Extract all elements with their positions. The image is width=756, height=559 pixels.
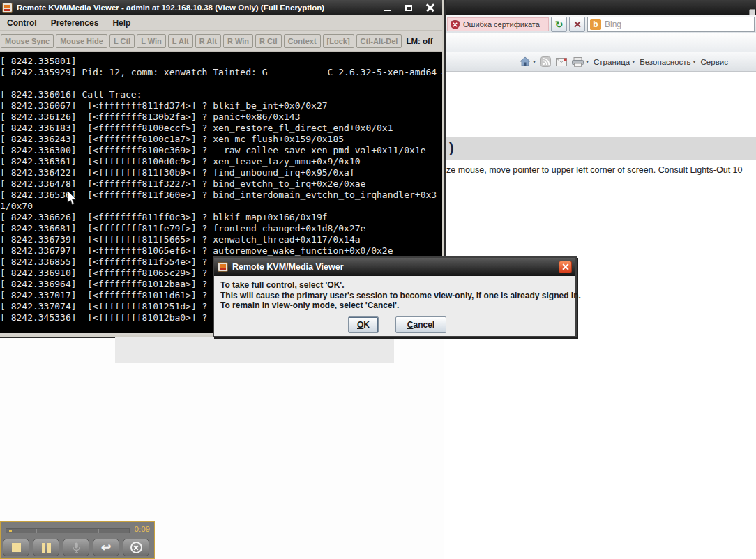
tools-menu[interactable]: Сервис [701, 58, 728, 66]
page-header-band [447, 91, 604, 128]
close-button[interactable] [423, 1, 438, 14]
bing-logo-icon: b [590, 19, 601, 30]
print-dropdown-icon[interactable]: ▾ [586, 59, 589, 65]
heading-fragment: ) [446, 140, 454, 156]
browser-tab-strip [444, 33, 756, 52]
undo-icon: ↩ [101, 542, 111, 553]
toolbar-button[interactable]: Context [284, 34, 321, 48]
menu-preferences[interactable]: Preferences [44, 18, 106, 28]
record-undo-button[interactable]: ↩ [93, 539, 119, 556]
page-instruction-text: ze mouse, move pointer to upper left cor… [446, 165, 756, 175]
safety-dropdown-icon: ▾ [693, 59, 696, 65]
terminal-line: [ 8242.336243] [<ffffffff8100c1a7>] ? xe… [0, 134, 442, 145]
microphone-button[interactable] [63, 539, 89, 556]
toolbar-button[interactable]: [Lock] [323, 34, 354, 48]
dialog-close-button[interactable] [559, 261, 572, 273]
kvm-titlebar[interactable]: Remote KVM/Media Viewer - admin at 192.1… [0, 0, 442, 15]
safety-menu-label: Безопасность [640, 58, 690, 66]
search-input[interactable] [605, 20, 754, 29]
recording-time: 0:09 [135, 525, 150, 533]
search-box[interactable]: b [587, 17, 755, 32]
menu-help[interactable]: Help [105, 18, 137, 28]
printer-icon [572, 57, 584, 67]
stop-button[interactable] [569, 17, 585, 32]
dialog-text-line: This will cause the primary user's sessi… [220, 291, 569, 301]
record-stop-button[interactable] [3, 539, 29, 556]
kvm-toolbar: Mouse SyncMouse HideL CtlL WinL AltR Alt… [0, 31, 442, 52]
home-button[interactable]: ▾ [520, 56, 536, 67]
minimize-icon [384, 10, 391, 11]
dialog-title: Remote KVM/Media Viewer [232, 262, 344, 272]
rss-icon [540, 56, 551, 67]
terminal-line [0, 78, 442, 89]
menu-control[interactable]: Control [0, 18, 44, 28]
toolbar-button[interactable]: Mouse Hide [56, 34, 107, 48]
maximize-icon [405, 5, 412, 11]
record-pause-button[interactable] [33, 539, 59, 556]
feeds-button[interactable] [540, 56, 551, 67]
read-mail-button[interactable] [556, 58, 567, 66]
minimize-button[interactable] [379, 1, 395, 14]
terminal-line: [ 8242.336422] [<ffffffff811f30b9>] ? fi… [0, 167, 442, 178]
maximize-button[interactable] [401, 1, 416, 14]
cancel-record-icon [130, 542, 142, 553]
terminal-line: [ 8242.335801] [0, 56, 442, 67]
dialog-body: To take full control, select 'OK'. This … [214, 276, 575, 336]
kvm-app-icon [2, 3, 13, 13]
stop-icon [573, 20, 582, 29]
terminal-line: [ 8242.335929] Pid: 12, comm: xenwatch T… [0, 67, 442, 78]
toolbar-button[interactable]: R Win [223, 34, 253, 48]
logout-label: Log Out [665, 105, 698, 115]
terminal-line: [ 8242.336739] [<ffffffff811f5665>] ? xe… [0, 234, 442, 245]
terminal-line: [ 8242.336183] [<ffffffff8100eccf>] ? xe… [0, 123, 442, 134]
dialog-text-line: To remain in view-only mode, select 'Can… [220, 300, 569, 311]
toolbar-button[interactable]: R Ctl [255, 34, 282, 48]
dialog-titlebar[interactable]: Remote KVM/Media Viewer [214, 258, 575, 276]
screen-recorder-widget: 0:09 ↩ [0, 521, 155, 559]
page-menu-label: Страница [594, 58, 630, 66]
microphone-icon [73, 542, 80, 553]
certificate-error-indicator[interactable]: Ошибка сертификата [447, 17, 549, 31]
dialog-app-icon [218, 262, 228, 272]
progress-marker [9, 530, 12, 532]
safety-menu[interactable]: Безопасность ▾ [640, 58, 695, 66]
refresh-icon: ↻ [555, 19, 564, 30]
terminal-line: [ 8242.336797] [<ffffffff81065ef6>] ? au… [0, 245, 442, 256]
kvm-menubar: Control Preferences Help [0, 15, 442, 31]
kvm-window-title: Remote KVM/Media Viewer - admin at 192.1… [17, 3, 324, 12]
screen: Ошибка сертификата ↻ b ▾ [0, 0, 756, 559]
toolbar-button[interactable]: L Ctl [109, 34, 135, 48]
toolbar-button[interactable]: R Alt [195, 34, 221, 48]
redraw-artifact-box [115, 337, 394, 363]
home-dropdown-icon[interactable]: ▾ [533, 59, 536, 65]
page-menu[interactable]: Страница ▾ [594, 58, 635, 66]
print-button[interactable]: ▾ [572, 57, 589, 67]
terminal-line: [ 8242.336300] [<ffffffff8100c369>] ? __… [0, 145, 442, 156]
terminal-line: [ 8242.336478] [<ffffffff811f3227>] ? bi… [0, 178, 442, 190]
ok-button[interactable]: OK [348, 316, 379, 333]
cancel-button[interactable]: Cancel [395, 316, 446, 333]
certificate-error-label: Ошибка сертификата [463, 20, 540, 29]
toolbar-button[interactable]: Ctl-Alt-Del [356, 34, 402, 48]
refresh-button[interactable]: ↻ [551, 17, 567, 32]
home-icon [520, 56, 531, 67]
browser-navigation-bar: Ошибка сертификата ↻ b [444, 15, 756, 33]
terminal-line: [ 8242.336361] [<ffffffff8100d0c9>] ? xe… [0, 156, 442, 167]
toolbar-button[interactable]: L Alt [168, 34, 193, 48]
terminal-line: [ 8242.336126] [<ffffffff8130b2fa>] ? pa… [0, 112, 442, 123]
logout-button[interactable]: Log Out [607, 91, 756, 128]
stop-record-icon [12, 543, 21, 552]
toolbar-button[interactable]: Mouse Sync [1, 34, 54, 48]
pause-icon [42, 543, 51, 553]
toolbar-button[interactable]: L Win [137, 34, 166, 48]
page-dropdown-icon: ▾ [632, 59, 635, 65]
record-cancel-button[interactable] [123, 539, 149, 556]
mail-icon [556, 58, 567, 66]
take-control-dialog: Remote KVM/Media Viewer To take full con… [213, 256, 577, 337]
browser-command-bar: ▾ ▾ Страница [444, 52, 756, 72]
page-section-heading: ) [446, 137, 756, 160]
recording-progress-bar[interactable] [6, 528, 130, 533]
mouse-cursor [67, 191, 77, 206]
tools-menu-label: Сервис [701, 58, 728, 66]
browser-titlebar [444, 0, 756, 15]
